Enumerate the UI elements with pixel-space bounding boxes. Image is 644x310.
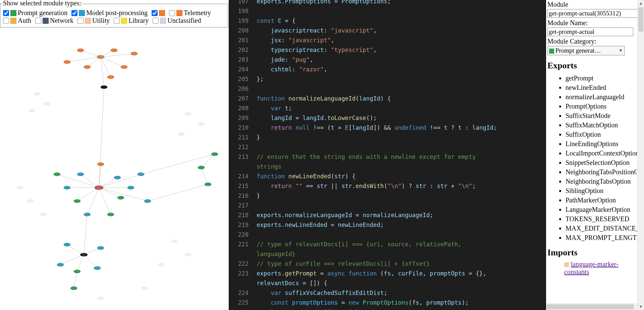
line-number: 202 [229, 45, 253, 55]
code-line[interactable]: 217 [229, 201, 546, 210]
legend-item-prompt[interactable]: Prompt generation [3, 9, 67, 17]
code-line[interactable]: 205}; [229, 74, 546, 84]
code-line[interactable]: 206 [229, 84, 546, 94]
code-line[interactable]: 223exports.getPrompt = async function (f… [229, 269, 546, 278]
export-item: LanguageMarkerOption [566, 205, 636, 214]
code-line[interactable]: 219exports.newLineEnded = newLineEnded; [229, 220, 546, 230]
horizontal-scrollbar[interactable] [546, 303, 637, 310]
svg-line-77 [84, 248, 101, 255]
line-number: 207 [229, 94, 253, 104]
svg-line-60 [99, 174, 141, 188]
line-number: 206 [229, 84, 253, 94]
code-line[interactable]: 201 jsx: "javascript", [229, 36, 546, 45]
code-line-wrap[interactable]: .strings [229, 162, 546, 172]
scrollbar-thumb-horizontal[interactable] [547, 304, 634, 309]
code-line[interactable]: 197exports.PromptOptions = PromptOptions… [229, 0, 546, 6]
code-line[interactable]: 216} [229, 191, 546, 201]
line-number: 220 [229, 230, 253, 240]
legend-label: Utility [92, 17, 110, 24]
legend-item-net[interactable]: Network [35, 17, 73, 24]
legend-checkbox-prompt[interactable] [3, 10, 9, 16]
legend-checkbox-util[interactable] [77, 18, 84, 24]
line-number: 211 [229, 133, 253, 142]
export-item: SuffixMatchOption [566, 120, 636, 130]
import-item: language-marker-constants [564, 260, 636, 276]
scrollbar-thumb[interactable] [638, 7, 643, 32]
code-line[interactable]: 215 return "" == str || str.endsWith("\n… [229, 181, 546, 191]
legend-checkbox-lib[interactable] [114, 18, 120, 24]
svg-line-67 [201, 168, 208, 184]
svg-line-31 [80, 50, 101, 57]
legend-label: Network [50, 17, 73, 24]
code-line[interactable]: 213// ensure that the string ends with a… [229, 152, 546, 162]
module-category-label: Module Category: [547, 38, 636, 45]
svg-line-76 [67, 245, 84, 255]
module-category-value: Prompt generat… [555, 47, 601, 54]
code-line[interactable]: 220 [229, 230, 546, 240]
code-line[interactable]: 199const E = { [229, 16, 546, 26]
code-line[interactable]: 207function normalizeLanguageId(langId) … [229, 94, 546, 104]
code-line[interactable]: 222// type of curFile ==> relevantDocs[i… [229, 259, 546, 269]
legend-checkbox-orange[interactable] [152, 10, 158, 16]
code-line[interactable]: 214function newLineEnded(str) { [229, 172, 546, 181]
code-line[interactable]: 221// type of relevantDocs[i] ==> {uri, … [229, 240, 546, 249]
import-link[interactable]: language-marker-constants [564, 260, 619, 275]
vertical-scrollbar[interactable]: ▲ ▼ [637, 0, 644, 310]
legend-checkbox-net[interactable] [35, 18, 41, 24]
code-line-wrap[interactable]: .languageId} [229, 249, 546, 259]
line-number: 223 [229, 269, 253, 278]
module-category-select[interactable]: Prompt generat… ▼ [547, 46, 625, 55]
legend-swatch-orange [159, 10, 165, 16]
legend-item-orange[interactable] [152, 10, 165, 16]
legend-checkbox-post[interactable] [71, 10, 77, 16]
legend-checkbox-auth[interactable] [3, 18, 9, 24]
svg-line-57 [87, 188, 99, 214]
code-editor[interactable]: 197exports.PromptOptions = PromptOptions… [229, 0, 546, 310]
code-line[interactable]: 218exports.normalizeLanguageId = normali… [229, 210, 546, 220]
line-number: 204 [229, 65, 253, 74]
line-number: 210 [229, 123, 253, 133]
export-item: PathMarkerOption [566, 195, 636, 205]
line-number: 203 [229, 55, 253, 65]
module-graph[interactable] [0, 0, 229, 310]
legend-item-post[interactable]: Model post-processing [71, 9, 148, 17]
code-line[interactable]: 226 let useCachedSuffix = false; [229, 308, 546, 310]
legend-checkbox-unclass[interactable] [153, 18, 159, 24]
legend-item-util[interactable]: Utility [77, 17, 110, 24]
scroll-up-icon[interactable]: ▲ [638, 0, 644, 7]
legend-item-tele[interactable]: Telemetry [169, 9, 211, 17]
code-line[interactable]: 198 [229, 6, 546, 16]
code-line[interactable]: 210 return null !== (t = E[langId]) && u… [229, 123, 546, 133]
legend-checkbox-tele[interactable] [169, 10, 175, 16]
module-name-label: Module Name: [547, 19, 636, 27]
code-line[interactable]: 200 javascriptreact: "javascript", [229, 26, 546, 36]
code-line[interactable]: 203 jade: "pug", [229, 55, 546, 65]
svg-line-29 [87, 57, 101, 67]
code-line[interactable]: 212 [229, 142, 546, 152]
code-line[interactable]: 208 var t; [229, 104, 546, 113]
code-line[interactable]: 204 cshtml: "razor", [229, 65, 546, 74]
scroll-down-icon[interactable]: ▼ [638, 303, 644, 310]
legend-item-lib[interactable]: Library [114, 17, 149, 24]
line-number: 205 [229, 74, 253, 84]
module-name-input[interactable] [547, 27, 633, 36]
svg-line-53 [77, 188, 99, 201]
code-line[interactable]: 209 langId = langId.toLowerCase(); [229, 113, 546, 123]
code-line-wrap[interactable]: .relevantDocs = []) { [229, 278, 546, 288]
code-line[interactable]: 225 const promptOptions = new PromptOpti… [229, 298, 546, 308]
module-id-input[interactable] [547, 9, 637, 18]
export-item: SuffixStartMode [566, 111, 636, 120]
code-line[interactable]: 202 typescriptreact: "typescript", [229, 45, 546, 55]
export-item: SuffixOption [566, 130, 636, 139]
svg-line-18 [174, 241, 188, 255]
legend-item-unclass[interactable]: Unclassified [153, 17, 201, 24]
legend-item-auth[interactable]: Auth [3, 17, 31, 24]
svg-line-58 [99, 188, 111, 214]
svg-point-4 [27, 200, 33, 202]
code-line[interactable]: 224 var suffixVsCachedSuffixEditDist; [229, 288, 546, 298]
line-number: 222 [229, 259, 253, 269]
line-number: 197 [229, 0, 253, 6]
svg-line-63 [141, 154, 215, 174]
line-number: 216 [229, 191, 253, 201]
code-line[interactable]: 211} [229, 133, 546, 142]
